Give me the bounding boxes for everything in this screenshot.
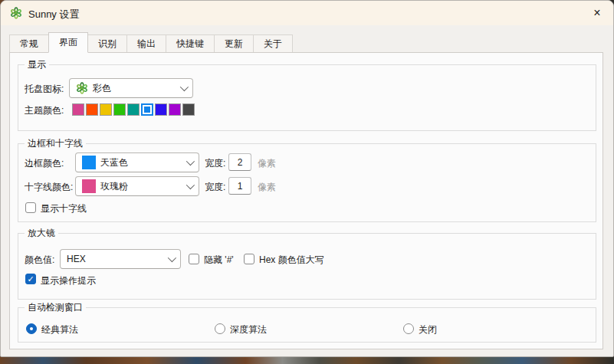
tray-color-logo-icon: [76, 82, 88, 94]
radio-off[interactable]: [403, 323, 414, 334]
app-logo-icon: [10, 7, 22, 19]
border-width-input[interactable]: [228, 153, 251, 171]
tray-icon-value: 彩色: [93, 82, 177, 95]
group-magnifier-title: 放大镜: [25, 227, 58, 239]
chevron-down-icon: [180, 83, 189, 91]
crosshair-color-swatch: [82, 179, 96, 193]
show-tips-label[interactable]: 显示操作提示: [41, 274, 96, 287]
tab-recognition[interactable]: 识别: [87, 34, 127, 52]
tab-bar: 常规 界面 识别 输出 快捷键 更新 关于: [9, 33, 292, 52]
border-color-swatch: [82, 156, 96, 169]
border-color-select[interactable]: 天蓝色: [75, 152, 199, 172]
chevron-down-icon: [186, 181, 195, 189]
border-width-unit: 像素: [258, 157, 276, 170]
crosshair-color-value: 玫瑰粉: [100, 180, 183, 193]
theme-color-swatch[interactable]: [169, 103, 181, 116]
theme-color-swatch-selected[interactable]: [141, 103, 153, 116]
show-crosshair-label[interactable]: 显示十字线: [41, 202, 87, 215]
radio-classic-algorithm[interactable]: [26, 323, 37, 334]
radio-depth-label[interactable]: 深度算法: [230, 323, 267, 336]
color-format-label: 颜色值:: [25, 254, 54, 267]
radio-classic-label[interactable]: 经典算法: [41, 323, 78, 336]
tray-icon-label: 托盘图标:: [25, 83, 64, 96]
radio-depth-algorithm[interactable]: [215, 323, 225, 334]
color-format-select[interactable]: HEX: [60, 249, 181, 269]
group-display: 显示 托盘图标: 彩色 主题颜色:: [18, 64, 596, 131]
tab-general[interactable]: 常规: [9, 34, 49, 52]
theme-color-swatch[interactable]: [72, 103, 84, 116]
tab-output[interactable]: 输出: [126, 34, 166, 52]
crosshair-width-input[interactable]: [228, 177, 251, 195]
show-crosshair-checkbox[interactable]: [25, 202, 36, 213]
group-autodetect-title: 自动检测窗口: [25, 301, 86, 313]
theme-color-swatch[interactable]: [155, 103, 167, 116]
radio-off-label[interactable]: 关闭: [419, 323, 437, 336]
group-magnifier: 放大镜 颜色值: HEX 隐藏 '#' Hex 颜色值大写 ✓ 显示操作提示: [18, 233, 596, 300]
theme-color-swatch[interactable]: [127, 103, 140, 116]
chevron-down-icon: [168, 254, 176, 262]
tray-icon-select[interactable]: 彩色: [69, 78, 193, 98]
border-color-value: 天蓝色: [100, 156, 183, 169]
group-border-crosshair: 边框和十字线 边框颜色: 天蓝色 宽度: 像素 十字线颜色: 玫瑰粉 宽度: 像…: [18, 143, 596, 222]
tab-hotkeys[interactable]: 快捷键: [166, 34, 215, 52]
color-format-value: HEX: [67, 254, 165, 264]
group-autodetect: 自动检测窗口 经典算法 深度算法 关闭: [18, 307, 596, 343]
theme-color-swatch[interactable]: [100, 103, 112, 116]
theme-color-swatch[interactable]: [86, 103, 98, 116]
crosshair-width-unit: 像素: [258, 181, 276, 194]
tab-update[interactable]: 更新: [214, 34, 254, 52]
chevron-down-icon: [186, 157, 195, 166]
hide-hash-label[interactable]: 隐藏 '#': [204, 254, 234, 267]
border-color-label: 边框颜色:: [25, 157, 64, 170]
window-title: Sunny 设置: [28, 8, 79, 21]
tab-about[interactable]: 关于: [253, 34, 293, 52]
hex-uppercase-label[interactable]: Hex 颜色值大写: [259, 254, 324, 267]
tab-interface[interactable]: 界面: [48, 32, 88, 53]
settings-window: Sunny 设置 × 常规 界面 识别 输出 快捷键 更新 关于 显示 托盘图标…: [0, 0, 614, 357]
crosshair-color-label: 十字线颜色:: [25, 181, 73, 194]
border-width-label: 宽度:: [205, 157, 225, 170]
crosshair-width-label: 宽度:: [205, 181, 225, 194]
hide-hash-checkbox[interactable]: [189, 254, 199, 264]
hex-uppercase-checkbox[interactable]: [244, 254, 254, 264]
theme-color-swatch[interactable]: [113, 103, 126, 116]
crosshair-color-select[interactable]: 玫瑰粉: [75, 176, 199, 196]
group-display-title: 显示: [25, 58, 49, 71]
theme-color-swatch[interactable]: [182, 103, 195, 116]
close-button[interactable]: ×: [586, 2, 609, 24]
group-border-title: 边框和十字线: [25, 137, 86, 149]
show-tips-checkbox[interactable]: ✓: [25, 274, 36, 284]
titlebar: Sunny 设置 ×: [1, 1, 613, 25]
theme-color-label: 主题颜色:: [25, 104, 64, 117]
